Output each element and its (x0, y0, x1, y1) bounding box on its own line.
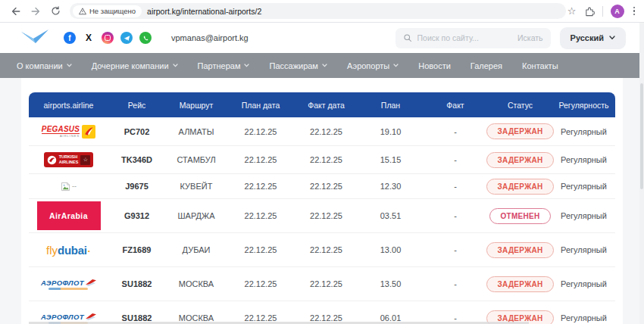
chevron-down-icon (393, 64, 399, 67)
plan-date: 22.12.25 (227, 155, 294, 164)
nav-item-label: О компании (17, 61, 63, 70)
language-label: Русский (571, 33, 604, 42)
status-badge: ЗАДЕРЖАН (486, 242, 553, 258)
nav-item-gallery[interactable]: Галерея (470, 61, 502, 70)
content-area: airports.airlineРейсМаршрутПлан датаФакт… (0, 78, 644, 324)
regularity: Регулярный (552, 211, 615, 220)
fact-time: - (423, 182, 488, 191)
back-icon[interactable] (8, 3, 24, 20)
nav-item-label: Контакты (522, 61, 558, 70)
airline-logo-cell: AirArabia (29, 201, 108, 230)
column-header: Маршрут (165, 101, 227, 110)
route: МОСКВА (165, 279, 227, 288)
column-header: Факт дата (294, 101, 358, 110)
security-chip[interactable]: Не защищено (73, 5, 142, 17)
fact-time: - (423, 245, 488, 254)
plan-date: 22.12.25 (227, 245, 294, 254)
plan-date: 22.12.25 (227, 211, 294, 220)
instagram-icon[interactable] (102, 32, 114, 44)
nav-item-label: Аэропорты (347, 61, 389, 70)
regularity: Регулярный (552, 182, 615, 191)
flydubai-logo: flydubai· (46, 244, 91, 257)
nav-item-contacts[interactable]: Контакты (522, 61, 558, 70)
airport-logo-icon[interactable] (18, 28, 52, 48)
main-nav: О компанииДочерние компанииПартнерамПасс… (0, 53, 644, 78)
flight-row: АЭРОФЛОТ SU1882 МОСКВА 22.12.25 22.12.25… (29, 267, 615, 301)
telegram-icon[interactable] (120, 32, 133, 44)
forward-icon[interactable] (27, 3, 44, 20)
fact-time: - (423, 127, 488, 136)
chrome-menu-icon[interactable] (632, 5, 637, 17)
column-header: Статус (488, 101, 552, 110)
plan-time: 13.50 (358, 279, 423, 288)
column-header: Регулярность (552, 101, 615, 110)
status-badge: ЗАДЕРЖАН (486, 179, 553, 195)
route: АЛМАТЫ (165, 127, 227, 136)
regularity: Регулярный (552, 279, 615, 288)
x-twitter-icon[interactable]: X (83, 32, 95, 44)
status-cell: ЗАДЕРЖАН (488, 179, 552, 195)
airline-logo-cell: АЭРОФЛОТ (29, 279, 108, 290)
nav-item-label: Галерея (470, 61, 502, 70)
scrollbar-thumb[interactable] (640, 83, 643, 189)
status-cell: ОТМЕНЕН (488, 208, 552, 224)
fact-time: - (423, 279, 488, 288)
column-header: airports.airline (29, 101, 108, 110)
reload-icon[interactable] (47, 3, 64, 20)
flight-number: SU1882 (108, 279, 165, 288)
airarabia-logo: AirArabia (37, 201, 101, 230)
airline-logo-cell: TURKISHAIRLINES ☆ (29, 152, 108, 167)
social-links: f X (64, 32, 152, 44)
flight-row: TURKISHAIRLINES ☆ TK346D СТАМБУЛ 22.12.2… (29, 146, 615, 174)
flight-row: АЭРОФЛОТ SU1882 МОСКВА 22.12.25 22.12.25… (29, 301, 615, 324)
url-text: airport.kg/international-airports/2 (147, 7, 261, 16)
column-header: Рейс (108, 101, 165, 110)
nav-item-about[interactable]: О компании (17, 61, 72, 70)
page-scrollbar[interactable] (639, 23, 644, 324)
status-badge: ОТМЕНЕН (489, 208, 550, 224)
nav-item-airports[interactable]: Аэропорты (347, 61, 399, 70)
regularity: Регулярный (552, 127, 615, 136)
airline-logo-cell: flydubai· (29, 244, 108, 257)
route: ШАРДЖА (165, 211, 227, 220)
flight-number: J9675 (108, 182, 165, 191)
fact-time: - (423, 211, 488, 220)
status-cell: ЗАДЕРЖАН (488, 152, 552, 168)
search-button[interactable]: Искать (517, 33, 543, 42)
plan-time: 13.00 (358, 245, 423, 254)
warning-icon (79, 8, 86, 15)
fact-time: - (423, 155, 488, 164)
search-input[interactable] (417, 33, 512, 42)
address-bar[interactable]: Не защищено airport.kg/international-air… (70, 3, 566, 19)
facebook-icon[interactable]: f (64, 32, 76, 44)
aeroflot-flag-icon (86, 313, 96, 320)
flight-number: FZ1689 (108, 245, 165, 254)
nav-item-partners[interactable]: Партнерам (198, 61, 250, 70)
nav-item-subsidiaries[interactable]: Дочерние компании (92, 61, 178, 70)
nav-item-passengers[interactable]: Пассажирам (269, 61, 327, 70)
extensions-icon[interactable] (584, 6, 595, 17)
regularity: Регулярный (552, 155, 615, 164)
whatsapp-icon[interactable] (139, 32, 152, 44)
profile-avatar[interactable]: A (611, 5, 624, 18)
language-selector[interactable]: Русский (560, 27, 626, 49)
plan-time: 15.15 (358, 155, 423, 164)
nav-item-news[interactable]: Новости (418, 61, 451, 70)
fact-date: 22.12.25 (294, 279, 358, 288)
plan-date: 22.12.25 (227, 127, 294, 136)
contact-email[interactable]: vpmanas@airport.kg (171, 33, 249, 42)
flight-number: PC702 (108, 127, 165, 136)
flight-row: PEGASUSAIRLINES PC702 АЛМАТЫ 22.12.25 22… (29, 117, 615, 146)
site-header: f X vpmanas@airport.kg Искать Русский (0, 23, 644, 53)
page: Не защищено airport.kg/international-air… (0, 0, 644, 324)
status-cell: ЗАДЕРЖАН (488, 242, 552, 258)
plan-date: 22.12.25 (227, 182, 294, 191)
plan-time: 19.10 (358, 127, 423, 136)
chevron-down-icon (67, 64, 72, 67)
chevron-down-icon (609, 36, 615, 40)
chevron-down-icon (322, 64, 327, 67)
route: КУВЕЙТ (165, 182, 227, 191)
content-card: airports.airlineРейсМаршрутПлан датаФакт… (21, 78, 623, 324)
header-right: Искать Русский (395, 27, 626, 49)
bookmark-star-icon[interactable]: ☆ (567, 6, 577, 16)
